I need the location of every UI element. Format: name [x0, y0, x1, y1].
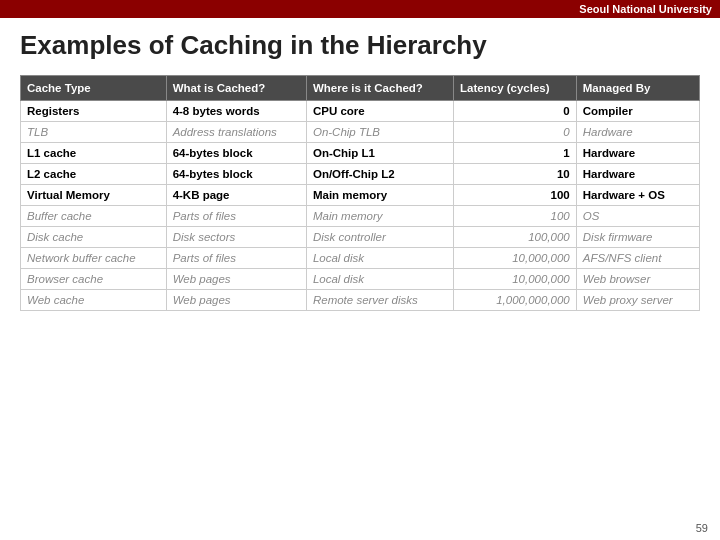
table-cell: On-Chip L1 — [306, 143, 453, 164]
page-number: 59 — [696, 522, 708, 534]
col-header-3: Latency (cycles) — [454, 76, 577, 101]
table-row: Virtual Memory4-KB pageMain memory100Har… — [21, 185, 700, 206]
table-cell: Virtual Memory — [21, 185, 167, 206]
table-cell: Hardware — [576, 164, 699, 185]
table-cell: 10,000,000 — [454, 269, 577, 290]
table-cell: Registers — [21, 101, 167, 122]
table-cell: AFS/NFS client — [576, 248, 699, 269]
table-cell: 64-bytes block — [166, 164, 306, 185]
table-cell: Buffer cache — [21, 206, 167, 227]
table-cell: Hardware — [576, 143, 699, 164]
table-cell: 4-KB page — [166, 185, 306, 206]
col-header-1: What is Cached? — [166, 76, 306, 101]
table-cell: Main memory — [306, 185, 453, 206]
table-row: TLBAddress translationsOn-Chip TLB0Hardw… — [21, 122, 700, 143]
table-cell: OS — [576, 206, 699, 227]
table-cell: Web cache — [21, 290, 167, 311]
table-cell: 10,000,000 — [454, 248, 577, 269]
table-cell: Remote server disks — [306, 290, 453, 311]
table-cell: Parts of files — [166, 248, 306, 269]
caching-table: Cache TypeWhat is Cached?Where is it Cac… — [20, 75, 700, 311]
table-cell: Web pages — [166, 290, 306, 311]
table-cell: Web pages — [166, 269, 306, 290]
table-cell: Disk cache — [21, 227, 167, 248]
table-cell: 100 — [454, 206, 577, 227]
table-cell: Disk controller — [306, 227, 453, 248]
col-header-2: Where is it Cached? — [306, 76, 453, 101]
table-row: L1 cache64-bytes blockOn-Chip L11Hardwar… — [21, 143, 700, 164]
table-cell: Compiler — [576, 101, 699, 122]
table-row: Registers4-8 bytes wordsCPU core0Compile… — [21, 101, 700, 122]
table-cell: Local disk — [306, 269, 453, 290]
table-cell: CPU core — [306, 101, 453, 122]
table-cell: Disk firmware — [576, 227, 699, 248]
university-label: Seoul National University — [0, 0, 720, 18]
table-cell: Web proxy server — [576, 290, 699, 311]
table-header: Cache TypeWhat is Cached?Where is it Cac… — [21, 76, 700, 101]
table-cell: On-Chip TLB — [306, 122, 453, 143]
table-cell: 1 — [454, 143, 577, 164]
table-cell: 0 — [454, 101, 577, 122]
table-cell: 0 — [454, 122, 577, 143]
table-row: L2 cache64-bytes blockOn/Off-Chip L210Ha… — [21, 164, 700, 185]
table-row: Network buffer cacheParts of filesLocal … — [21, 248, 700, 269]
table-cell: L1 cache — [21, 143, 167, 164]
table-cell: Address translations — [166, 122, 306, 143]
table-cell: 64-bytes block — [166, 143, 306, 164]
table-cell: On/Off-Chip L2 — [306, 164, 453, 185]
table-cell: Hardware + OS — [576, 185, 699, 206]
table-cell: TLB — [21, 122, 167, 143]
table-cell: Disk sectors — [166, 227, 306, 248]
table-cell: Main memory — [306, 206, 453, 227]
table-cell: Local disk — [306, 248, 453, 269]
table-row: Buffer cacheParts of filesMain memory100… — [21, 206, 700, 227]
table-row: Web cacheWeb pagesRemote server disks1,0… — [21, 290, 700, 311]
table-cell: Hardware — [576, 122, 699, 143]
table-cell: Network buffer cache — [21, 248, 167, 269]
table-cell: 4-8 bytes words — [166, 101, 306, 122]
table-row: Disk cacheDisk sectorsDisk controller100… — [21, 227, 700, 248]
page-title: Examples of Caching in the Hierarchy — [20, 30, 700, 61]
col-header-4: Managed By — [576, 76, 699, 101]
table-cell: Browser cache — [21, 269, 167, 290]
table-cell: 100 — [454, 185, 577, 206]
table-cell: 10 — [454, 164, 577, 185]
table-cell: Parts of files — [166, 206, 306, 227]
col-header-0: Cache Type — [21, 76, 167, 101]
table-row: Browser cacheWeb pagesLocal disk10,000,0… — [21, 269, 700, 290]
table-cell: Web browser — [576, 269, 699, 290]
table-cell: 1,000,000,000 — [454, 290, 577, 311]
table-cell: 100,000 — [454, 227, 577, 248]
table-cell: L2 cache — [21, 164, 167, 185]
